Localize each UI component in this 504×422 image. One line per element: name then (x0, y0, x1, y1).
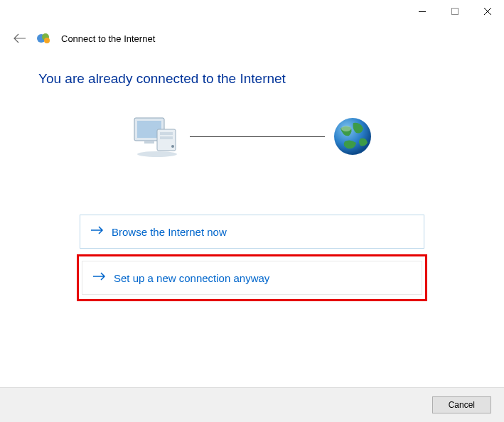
wizard-title: Connect to the Internet (61, 33, 155, 44)
svg-rect-7 (144, 141, 154, 144)
cancel-button[interactable]: Cancel (432, 396, 491, 413)
minimize-button[interactable] (406, 0, 439, 23)
options-list: Browse the Internet now Set up a new con… (38, 215, 466, 301)
connection-diagram (38, 115, 466, 158)
highlight-annotation: Set up a new connection anyway (77, 254, 427, 301)
titlebar (0, 0, 504, 23)
option-label: Set up a new connection anyway (114, 272, 269, 284)
svg-point-4 (44, 38, 50, 43)
arrow-right-icon (92, 271, 107, 284)
option-browse-internet[interactable]: Browse the Internet now (80, 215, 424, 249)
maximize-button[interactable] (439, 0, 471, 23)
svg-point-14 (341, 126, 351, 131)
content-area: You are already connected to the Interne… (0, 51, 504, 387)
page-heading: You are already connected to the Interne… (38, 71, 466, 87)
svg-point-13 (334, 118, 371, 155)
option-label: Browse the Internet now (112, 226, 227, 238)
connection-line (190, 136, 325, 137)
svg-rect-9 (160, 132, 173, 135)
svg-rect-1 (452, 9, 459, 15)
option-setup-new-connection[interactable]: Set up a new connection anyway (82, 261, 422, 295)
arrow-right-icon (90, 225, 104, 238)
footer-bar: Cancel (0, 387, 504, 422)
svg-rect-0 (419, 11, 426, 12)
globe-icon (332, 116, 373, 157)
close-button[interactable] (471, 0, 504, 23)
svg-rect-10 (160, 136, 173, 139)
wizard-header: Connect to the Internet (0, 23, 504, 51)
svg-point-12 (137, 151, 177, 157)
back-button[interactable] (13, 31, 27, 45)
wizard-icon (37, 32, 51, 45)
svg-point-11 (171, 145, 174, 148)
computer-icon (132, 115, 183, 158)
